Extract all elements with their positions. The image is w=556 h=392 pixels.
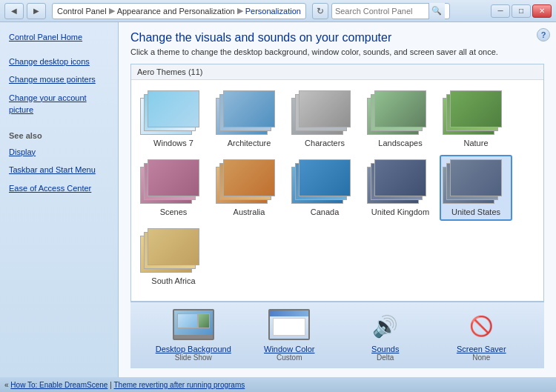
theme-name: Scenes <box>160 207 188 216</box>
breadcrumb-root[interactable]: Control Panel <box>57 7 107 16</box>
theme-name: Nature <box>463 139 488 147</box>
title-bar-left: ◀ ▶ Control Panel ▶ Appearance and Perso… <box>4 3 450 19</box>
window-color-icon <box>268 309 310 343</box>
sidebar-item-account-picture[interactable]: Change your account picture <box>0 89 118 119</box>
search-box: 🔍 <box>331 3 450 19</box>
theme-name: Windows 7 <box>153 139 193 147</box>
theme-name: Landscapes <box>378 139 422 147</box>
theme-item-characters[interactable]: Characters <box>288 86 361 152</box>
theme-item-australia[interactable]: Australia <box>213 155 285 221</box>
screen-saver-icon: 🚫 <box>460 309 502 343</box>
desktop-background-item[interactable]: Desktop Background Slide Show <box>149 309 238 362</box>
sidebar-item-taskbar[interactable]: Taskbar and Start Menu <box>0 161 118 179</box>
theme-item-united-kingdom[interactable]: United Kingdom <box>364 155 437 221</box>
taskbar-link-theme-reverting[interactable]: Theme reverting after running programs <box>114 381 245 389</box>
window-color-item[interactable]: Window Color Custom <box>245 309 334 362</box>
breadcrumb: Control Panel ▶ Appearance and Personali… <box>52 3 306 19</box>
see-also-title: See also <box>0 119 118 143</box>
theme-name: Australia <box>234 207 265 216</box>
maximize-button[interactable]: □ <box>512 4 531 18</box>
taskbar-sep: | <box>110 381 112 389</box>
taskbar-link-dreamscene[interactable]: How To: Enable DreamScene <box>10 381 107 389</box>
theme-item-landscapes[interactable]: Landscapes <box>364 86 437 152</box>
theme-item-canada[interactable]: Canada <box>288 155 361 221</box>
window-color-sublabel: Custom <box>277 353 302 362</box>
breadcrumb-sep2: ▶ <box>237 6 243 16</box>
desktop-background-sublabel: Slide Show <box>175 353 212 362</box>
window-color-label[interactable]: Window Color <box>264 345 314 353</box>
theme-name: Architecture <box>228 139 271 147</box>
breadcrumb-level2[interactable]: Appearance and Personalization <box>117 7 235 16</box>
breadcrumb-sep1: ▶ <box>109 6 115 16</box>
title-bar-controls: ─ □ ✕ <box>491 4 552 18</box>
theme-name: United States <box>451 207 500 216</box>
title-bar: ◀ ▶ Control Panel ▶ Appearance and Perso… <box>0 0 556 22</box>
sounds-label[interactable]: Sounds <box>371 345 399 353</box>
close-button[interactable]: ✕ <box>532 4 552 18</box>
breadcrumb-current: Personalization <box>245 7 301 16</box>
theme-name: United Kingdom <box>371 207 429 216</box>
theme-name: South Africa <box>151 276 195 285</box>
minimize-button[interactable]: ─ <box>491 4 510 18</box>
theme-name: Canada <box>311 207 340 216</box>
help-button[interactable]: ? <box>537 28 550 41</box>
themes-panel-title: Aero Themes (11) <box>131 64 543 80</box>
sidebar-item-home[interactable]: Control Panel Home <box>0 28 118 47</box>
theme-item-south-africa[interactable]: South Africa <box>137 224 210 290</box>
theme-item-united-states[interactable]: United States <box>440 155 512 221</box>
desktop-background-icon <box>173 309 214 343</box>
themes-grid: Windows 7 Architecture Characters Landsc… <box>131 80 543 296</box>
page-title: Change the visuals and sounds on your co… <box>130 31 544 44</box>
forward-button[interactable]: ▶ <box>27 3 46 19</box>
theme-item-scenes[interactable]: Scenes <box>137 155 210 221</box>
sidebar-item-ease-of-access[interactable]: Ease of Access Center <box>0 179 118 198</box>
sounds-item[interactable]: 🔊 Sounds Delta <box>341 309 430 362</box>
page-subtitle: Click a theme to change the desktop back… <box>130 47 544 56</box>
theme-item-architecture[interactable]: Architecture <box>213 86 285 152</box>
main-layout: Control Panel Home Change desktop icons … <box>0 22 556 377</box>
theme-item-windows-7[interactable]: Windows 7 <box>137 86 210 152</box>
themes-grid-wrapper[interactable]: Windows 7 Architecture Characters Landsc… <box>131 80 543 299</box>
taskbar-strip: « How To: Enable DreamScene | Theme reve… <box>0 377 556 392</box>
sounds-sublabel: Delta <box>377 353 394 362</box>
themes-panel: Aero Themes (11) Windows 7 Architecture … <box>130 64 544 302</box>
refresh-button[interactable]: ↻ <box>312 3 328 19</box>
screen-saver-label[interactable]: Screen Saver <box>457 345 506 353</box>
search-input[interactable] <box>332 7 428 16</box>
sidebar-item-display[interactable]: Display <box>0 143 118 162</box>
content-area: ? Change the visuals and sounds on your … <box>119 22 556 377</box>
back-button[interactable]: ◀ <box>4 3 24 19</box>
sidebar-item-mouse-pointers[interactable]: Change mouse pointers <box>0 70 118 89</box>
desktop-background-label[interactable]: Desktop Background <box>156 345 231 353</box>
screen-saver-item[interactable]: 🚫 Screen Saver None <box>437 309 526 362</box>
search-button[interactable]: 🔍 <box>428 3 445 19</box>
screen-saver-sublabel: None <box>472 353 490 362</box>
sounds-icon: 🔊 <box>365 309 406 343</box>
theme-name: Characters <box>305 139 345 147</box>
sidebar-item-desktop-icons[interactable]: Change desktop icons <box>0 53 118 71</box>
sidebar: Control Panel Home Change desktop icons … <box>0 22 119 377</box>
bottom-bar: Desktop Background Slide Show Window Col… <box>130 302 544 368</box>
theme-item-nature[interactable]: Nature <box>440 86 512 152</box>
